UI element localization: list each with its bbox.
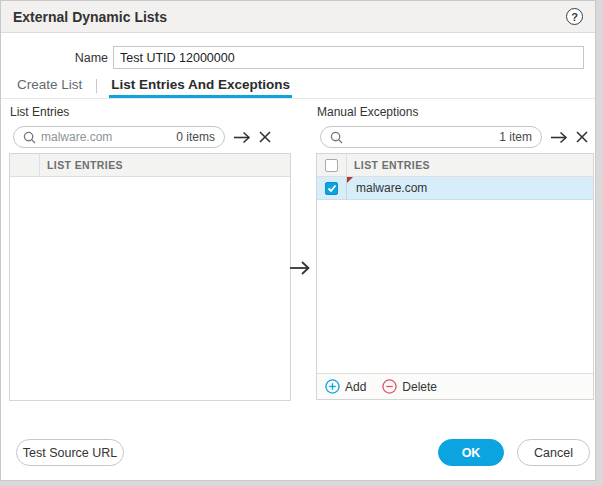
tab-bar: Create List List Entries And Exceptions — [1, 73, 595, 99]
help-icon[interactable]: ? — [566, 8, 583, 25]
select-all-checkbox[interactable] — [325, 159, 338, 172]
row-value-cell: malware.com — [347, 177, 593, 199]
tab-separator — [96, 79, 97, 93]
manual-exceptions-footer: Add Delete — [317, 373, 593, 399]
header-checkbox-cell — [10, 154, 40, 176]
name-label: Name — [1, 51, 113, 65]
tab-list-entries-and-exceptions[interactable]: List Entries And Exceptions — [109, 73, 292, 98]
tab-create-list[interactable]: Create List — [15, 73, 84, 98]
manual-exceptions-count: 1 item — [499, 130, 532, 144]
move-to-exceptions-arrow-icon[interactable] — [289, 260, 311, 280]
manual-exceptions-search-input[interactable]: 1 item — [320, 126, 542, 148]
list-entries-table: LIST ENTRIES — [9, 153, 291, 401]
cancel-button[interactable]: Cancel — [517, 439, 590, 466]
table-row[interactable]: malware.com — [317, 177, 593, 200]
search-icon — [23, 131, 36, 144]
apply-filter-arrow-icon[interactable] — [550, 131, 568, 144]
manual-exceptions-table: LIST ENTRIES malware.com Add — [316, 153, 594, 400]
delete-circle-minus-icon — [382, 379, 397, 394]
list-entries-search-value: malware.com — [41, 130, 171, 144]
manual-exceptions-table-header: LIST ENTRIES — [317, 154, 593, 177]
dialog-header: External Dynamic Lists ? — [1, 1, 595, 33]
clear-filter-icon[interactable] — [576, 131, 588, 143]
ok-button[interactable]: OK — [438, 439, 504, 466]
search-icon — [330, 131, 343, 144]
list-entries-search-row: malware.com 0 items — [13, 126, 271, 148]
row-checkbox-cell — [317, 177, 347, 199]
manual-exceptions-title: Manual Exceptions — [317, 105, 418, 119]
apply-filter-arrow-icon[interactable] — [233, 131, 251, 144]
manual-exceptions-search-row: 1 item — [320, 126, 588, 148]
name-input[interactable] — [113, 46, 584, 69]
list-entries-table-header: LIST ENTRIES — [10, 154, 290, 177]
list-entries-search-input[interactable]: malware.com 0 items — [13, 126, 225, 148]
modified-marker-icon — [347, 177, 353, 183]
add-button[interactable]: Add — [325, 379, 366, 394]
list-entries-column-header: LIST ENTRIES — [40, 154, 123, 176]
external-dynamic-lists-dialog: External Dynamic Lists ? Name Create Lis… — [0, 0, 596, 481]
header-checkbox-cell — [317, 154, 347, 176]
delete-button[interactable]: Delete — [382, 379, 437, 394]
add-button-label: Add — [345, 380, 366, 394]
delete-button-label: Delete — [402, 380, 437, 394]
test-source-url-button[interactable]: Test Source URL — [16, 439, 124, 466]
exception-entry-text: malware.com — [356, 181, 427, 195]
add-circle-plus-icon — [325, 379, 340, 394]
list-entries-count: 0 items — [176, 130, 215, 144]
list-entries-title: List Entries — [10, 105, 69, 119]
row-checkbox[interactable] — [325, 182, 338, 195]
manual-exceptions-column-header: LIST ENTRIES — [347, 154, 430, 176]
clear-filter-icon[interactable] — [259, 131, 271, 143]
name-row: Name — [1, 46, 595, 69]
manual-exceptions-table-body: malware.com — [317, 177, 593, 373]
list-entries-table-body — [10, 177, 290, 400]
dialog-title: External Dynamic Lists — [13, 9, 167, 25]
